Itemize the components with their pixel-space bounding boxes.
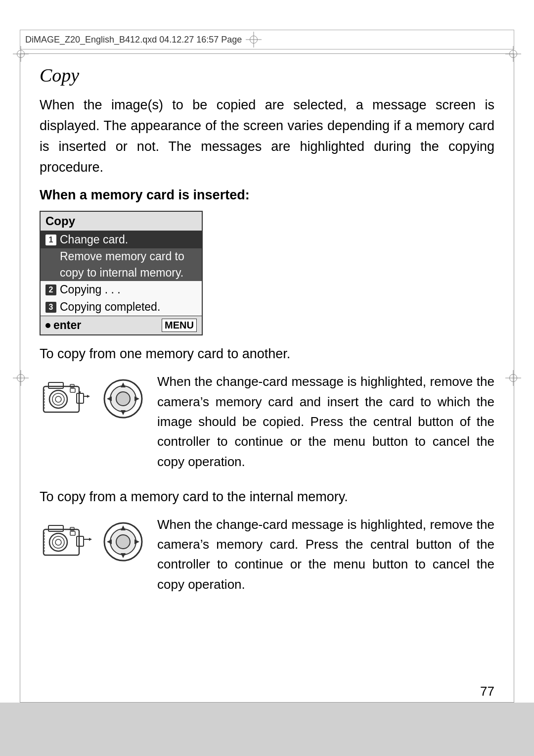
menu-btn: MENU (162, 319, 197, 332)
menu-enter-label: enter (53, 319, 81, 332)
svg-point-3 (52, 393, 64, 405)
svg-marker-36 (134, 539, 139, 544)
svg-rect-7 (77, 393, 84, 403)
header-crosshair-circle (250, 36, 258, 44)
menu-footer: enter MENU (41, 316, 202, 334)
copy-section-2: To copy from a memory card to the intern… (40, 489, 494, 594)
svg-marker-10 (87, 395, 90, 398)
camera-icon-1 (40, 372, 94, 426)
menu-item-2-num: 2 (45, 284, 56, 295)
controller-icon-2 (101, 520, 145, 564)
header-text: DiMAGE_Z20_English_B412.qxd 04.12.27 16:… (25, 35, 242, 45)
svg-rect-24 (70, 531, 75, 535)
svg-marker-33 (121, 525, 126, 530)
copy-section-1: To copy from one memory card to another. (40, 346, 494, 471)
svg-point-22 (52, 536, 64, 548)
svg-marker-16 (121, 410, 126, 415)
menu-item-copy-internal: copy to internal memory. (41, 265, 202, 281)
page-number: 77 (480, 684, 494, 699)
svg-marker-34 (121, 553, 126, 558)
left-mid-crosshair (13, 370, 29, 386)
copy-section-1-intro: To copy from one memory card to another. (40, 346, 494, 362)
subheading: When a memory card is inserted: (40, 188, 494, 203)
page-border-top (20, 53, 514, 54)
svg-point-32 (116, 535, 130, 549)
enter-dot (45, 323, 50, 328)
copy-section-1-images (40, 372, 145, 426)
camera-icon-2 (40, 515, 94, 569)
svg-marker-15 (121, 382, 126, 387)
svg-marker-18 (134, 396, 139, 401)
menu-item-2: 2 Copying . . . (41, 281, 202, 298)
copy-section-1-body: When the change-card message is highligh… (40, 372, 494, 471)
content-area: Copy When the image(s) to be copied are … (40, 64, 494, 697)
right-mid-crosshair (505, 370, 521, 386)
footer-bar (0, 703, 534, 756)
section-title: Copy (40, 64, 494, 86)
menu-item-2-label: Copying . . . (60, 283, 121, 296)
menu-item-3-num: 3 (45, 302, 56, 313)
header-bar: DiMAGE_Z20_English_B412.qxd 04.12.27 16:… (20, 30, 514, 49)
menu-item-remove: Remove memory card to (41, 248, 202, 265)
svg-rect-20 (48, 525, 63, 531)
copy-section-2-desc: When the change-card message is highligh… (157, 515, 494, 594)
top-left-crosshair (13, 46, 29, 62)
top-right-crosshair (505, 46, 521, 62)
copy-section-2-intro: To copy from a memory card to the intern… (40, 489, 494, 505)
menu-item-3-label: Copying completed. (60, 300, 160, 314)
svg-point-23 (55, 539, 61, 545)
svg-marker-17 (107, 396, 112, 401)
menu-item-1-num: 1 (45, 235, 56, 245)
svg-point-4 (55, 396, 61, 402)
svg-rect-5 (70, 388, 75, 392)
copy-section-2-images (40, 515, 145, 569)
svg-marker-28 (89, 538, 92, 541)
menu-item-3: 3 Copying completed. (41, 298, 202, 316)
svg-point-14 (116, 392, 130, 406)
menu-item-1: 1 Change card. (41, 231, 202, 248)
svg-marker-35 (107, 539, 112, 544)
menu-item-1-label: Change card. (60, 233, 128, 246)
menu-title: Copy (41, 212, 202, 231)
svg-rect-1 (48, 382, 63, 388)
copy-section-2-body: When the change-card message is highligh… (40, 515, 494, 594)
intro-text: When the image(s) to be copied are selec… (40, 95, 494, 178)
controller-icon-1 (101, 377, 145, 421)
menu-box: Copy 1 Change card. Remove memory card t… (40, 211, 203, 335)
svg-rect-26 (77, 536, 84, 546)
copy-section-1-desc: When the change-card message is highligh… (157, 372, 494, 471)
